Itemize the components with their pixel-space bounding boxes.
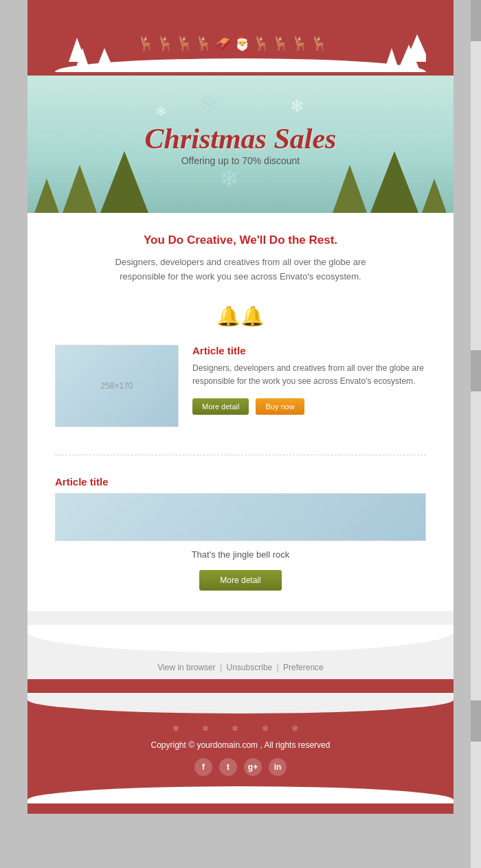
snow-wave xyxy=(27,625,454,652)
bells-icon: 🔔🔔 xyxy=(27,305,454,328)
more-detail-button-1[interactable]: More detail xyxy=(192,398,249,415)
snowflake-1: ❄ xyxy=(198,89,221,121)
article-section-2: Article title That's the jingle bell roc… xyxy=(27,462,454,611)
view-browser-link[interactable]: View in browser xyxy=(157,663,215,672)
main-description: Designers, developers and creatives from… xyxy=(62,255,419,284)
divider-1: | xyxy=(220,663,224,672)
preference-link[interactable]: Preference xyxy=(283,663,324,672)
buy-now-button[interactable]: Buy now xyxy=(256,398,304,415)
hero-trees-left xyxy=(34,151,148,213)
article-image-2 xyxy=(55,493,426,541)
tree-right-lg xyxy=(370,151,418,213)
santa-silhouette: 🦌🦌🦌🦌🛷🎅🦌🦌🦌🦌 xyxy=(27,0,454,76)
copyright-area: ❄ ❄ ❄ ❄ ❄ Copyright © yourdomain.com , A… xyxy=(27,679,454,814)
tree-right-sm xyxy=(422,179,447,213)
tree-left-sm xyxy=(34,179,59,213)
article2-title: Article title xyxy=(55,476,426,488)
social-icons: f t g+ in xyxy=(27,758,454,776)
main-content: ❄ ❄ ❄ ❄ Christmas Sales Offering up to 7… xyxy=(27,76,454,611)
hero-trees-right xyxy=(333,151,447,213)
footer-section: View in browser | Unsubscribe | Preferen… xyxy=(27,611,454,679)
article-image-1: 258×170 xyxy=(55,345,179,427)
article-text-right: Article title Designers, developers and … xyxy=(192,345,426,415)
article2-jingle: That's the jingle bell rock xyxy=(55,549,426,560)
copyright-text: Copyright © yourdomain.com , All rights … xyxy=(27,740,454,750)
svg-text:🦌🦌🦌🦌🛷🎅🦌🦌🦌🦌: 🦌🦌🦌🦌🛷🎅🦌🦌🦌🦌 xyxy=(137,35,330,52)
tree-right-md xyxy=(333,165,367,213)
hero-banner: ❄ ❄ ❄ ❄ Christmas Sales Offering up to 7… xyxy=(27,76,454,213)
main-tagline: You Do Creative, We'll Do the Rest. xyxy=(62,233,419,247)
divider-2: | xyxy=(277,663,281,672)
footer-links: View in browser | Unsubscribe | Preferen… xyxy=(27,663,454,672)
unsubscribe-link[interactable]: Unsubscribe xyxy=(227,663,273,672)
divider xyxy=(55,455,426,455)
snowflake-3: ❄ xyxy=(290,96,304,116)
tree-left-lg xyxy=(100,151,148,213)
snow-curve-bottom xyxy=(27,693,454,713)
svg-marker-1 xyxy=(69,38,86,62)
article-section-1: 258×170 Article title Designers, develop… xyxy=(27,338,454,448)
twitter-icon[interactable]: t xyxy=(219,758,237,776)
article1-buttons: More detail Buy now xyxy=(192,398,426,415)
google-icon[interactable]: g+ xyxy=(244,758,262,776)
santa-banner: 🦌🦌🦌🦌🛷🎅🦌🦌🦌🦌 xyxy=(27,0,454,76)
snowflake-4: ❄ xyxy=(219,165,239,192)
email-container: 🦌🦌🦌🦌🛷🎅🦌🦌🦌🦌 ❄ ❄ ❄ ❄ xyxy=(27,0,454,814)
facebook-icon[interactable]: f xyxy=(194,758,212,776)
snowflake-2: ❄ xyxy=(155,103,167,119)
hero-title: Christmas Sales xyxy=(145,122,337,155)
tree-left-md xyxy=(63,165,97,213)
snow-decoration: ❄ ❄ ❄ ❄ ❄ xyxy=(27,724,454,733)
article1-body: Designers, developers and creatives from… xyxy=(192,362,426,388)
more-detail-button-2[interactable]: More detail xyxy=(199,570,282,591)
snow-bottom-edge xyxy=(27,786,454,803)
hero-subtitle: Offering up to 70% discount xyxy=(181,155,300,166)
svg-point-7 xyxy=(55,58,426,72)
image-label-1: 258×170 xyxy=(100,381,133,391)
linkedin-icon[interactable]: in xyxy=(269,758,287,776)
text-section: You Do Creative, We'll Do the Rest. Desi… xyxy=(27,213,454,298)
scrollbar[interactable] xyxy=(471,0,481,868)
article1-title: Article title xyxy=(192,345,426,356)
